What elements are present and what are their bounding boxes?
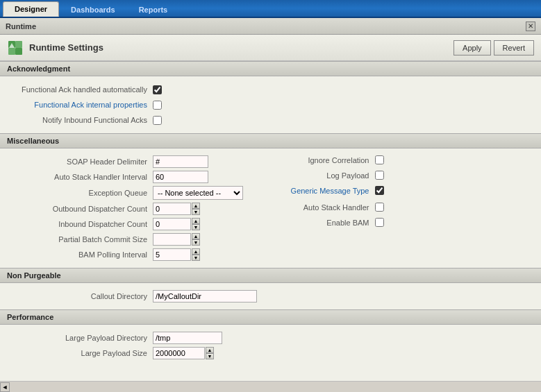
- auto-stack-interval-row: Auto Stack Handler Interval Log Payload: [0, 169, 541, 185]
- tab-reports[interactable]: Reports: [127, 1, 180, 17]
- notify-inbound-row: Notify Inbound Functional Acks: [0, 112, 541, 128]
- non-purgeable-section-header: Non Purgeable: [0, 268, 541, 283]
- performance-section-header: Performance: [0, 309, 541, 325]
- func-ack-handled-label: Functional Ack handled automatically: [7, 85, 153, 94]
- bam-polling-left: BAM Polling Interval ▲ ▼: [7, 248, 271, 261]
- ignore-correlation-checkbox[interactable]: [375, 155, 384, 164]
- bam-polling-down[interactable]: ▼: [192, 255, 200, 261]
- bam-polling-spinner: ▲ ▼: [153, 248, 200, 261]
- ignore-correlation-label: Ignore Correlation: [271, 156, 375, 164]
- soap-header-left: SOAP Header Delimiter: [7, 155, 271, 168]
- exception-queue-select[interactable]: -- None selected --: [153, 186, 243, 200]
- partial-batch-spinner-btns: ▲ ▼: [192, 233, 200, 246]
- notify-inbound-label: Notify Inbound Functional Acks: [7, 116, 153, 124]
- acknowledgment-section-header: Acknowledgment: [0, 61, 541, 76]
- large-payload-size-input[interactable]: [153, 347, 205, 359]
- callout-directory-input[interactable]: [153, 290, 257, 302]
- panel-close-button[interactable]: ✕: [526, 22, 535, 31]
- large-payload-size-row: Large Payload Size ▲ ▼: [0, 346, 541, 361]
- partial-batch-left: Partial Batch Commit Size ▲ ▼: [7, 233, 271, 246]
- soap-header-input[interactable]: [153, 155, 208, 168]
- outbound-dispatcher-down[interactable]: ▼: [192, 209, 200, 215]
- non-purgeable-section: Callout Directory: [0, 283, 541, 309]
- miscellaneous-section: SOAP Header Delimiter Ignore Correlation…: [0, 148, 541, 268]
- svg-rect-1: [15, 41, 22, 48]
- callout-directory-row: Callout Directory: [0, 289, 541, 304]
- svg-rect-2: [8, 48, 15, 55]
- inbound-dispatcher-input[interactable]: [153, 218, 191, 230]
- soap-header-label: SOAP Header Delimiter: [7, 157, 153, 166]
- inbound-dispatcher-down[interactable]: ▼: [192, 224, 200, 230]
- large-payload-size-down[interactable]: ▼: [206, 353, 214, 359]
- log-payload-checkbox[interactable]: [375, 171, 384, 180]
- outbound-dispatcher-left: Outbound Dispatcher Count ▲ ▼: [7, 203, 271, 215]
- partial-batch-input[interactable]: [153, 233, 191, 246]
- inbound-dispatcher-up[interactable]: ▲: [192, 218, 200, 224]
- exception-queue-label: Exception Queue: [7, 189, 153, 197]
- enable-bam-label: Enable BAM: [271, 219, 375, 227]
- large-payload-size-spinner: ▲ ▼: [153, 347, 214, 359]
- exception-queue-row: Exception Queue -- None selected -- Gene…: [0, 185, 541, 201]
- partial-batch-label: Partial Batch Commit Size: [7, 235, 153, 244]
- soap-header-row: SOAP Header Delimiter Ignore Correlation: [0, 154, 541, 169]
- partial-batch-up[interactable]: ▲: [192, 233, 200, 239]
- auto-stack-interval-label: Auto Stack Handler Interval: [7, 173, 153, 181]
- outbound-dispatcher-spinner: ▲ ▼: [153, 203, 200, 215]
- outbound-dispatcher-input[interactable]: [153, 203, 191, 215]
- tab-dashboards[interactable]: Dashboards: [59, 1, 127, 17]
- enable-bam-checkbox[interactable]: [375, 218, 384, 227]
- callout-directory-label: Callout Directory: [7, 292, 153, 300]
- auto-stack-handler-checkbox[interactable]: [375, 203, 384, 212]
- notify-inbound-checkbox[interactable]: [153, 116, 162, 125]
- svg-rect-3: [15, 48, 22, 55]
- main-content: Runtime ✕ Runtime Settings Apply Revert: [0, 18, 541, 392]
- outbound-dispatcher-row: Outbound Dispatcher Count ▲ ▼ Auto Stack…: [0, 201, 541, 216]
- outbound-dispatcher-label: Outbound Dispatcher Count: [7, 205, 153, 213]
- settings-title: Runtime Settings: [29, 42, 451, 53]
- log-payload-label: Log Payload: [271, 171, 375, 180]
- bam-polling-input[interactable]: [153, 248, 191, 261]
- large-payload-size-up[interactable]: ▲: [206, 347, 214, 353]
- settings-body[interactable]: Acknowledgment Functional Ack handled au…: [0, 61, 541, 381]
- panel-title: Runtime: [6, 22, 36, 31]
- outbound-dispatcher-up[interactable]: ▲: [192, 203, 200, 209]
- enable-bam-right: Enable BAM: [271, 218, 535, 227]
- outbound-dispatcher-spinner-btns: ▲ ▼: [192, 203, 200, 215]
- tab-designer[interactable]: Designer: [3, 1, 59, 17]
- apply-button[interactable]: Apply: [453, 40, 491, 56]
- bam-polling-up[interactable]: ▲: [192, 248, 200, 255]
- revert-button[interactable]: Revert: [494, 40, 534, 56]
- exception-queue-left: Exception Queue -- None selected --: [7, 186, 271, 200]
- partial-batch-down[interactable]: ▼: [192, 239, 200, 246]
- func-ack-internal-checkbox[interactable]: [153, 101, 162, 110]
- generic-message-label: Generic Message Type: [271, 187, 375, 195]
- generic-message-checkbox[interactable]: [375, 186, 384, 195]
- settings-icon: [7, 40, 24, 56]
- inbound-dispatcher-left: Inbound Dispatcher Count ▲ ▼: [7, 218, 271, 230]
- auto-stack-interval-input[interactable]: [153, 171, 208, 183]
- large-payload-size-spinner-btns: ▲ ▼: [206, 347, 214, 359]
- left-scroll-button[interactable]: ◄: [0, 382, 10, 392]
- miscellaneous-section-header: Miscellaneous: [0, 133, 541, 148]
- inbound-dispatcher-label: Inbound Dispatcher Count: [7, 220, 153, 228]
- inbound-dispatcher-spinner: ▲ ▼: [153, 218, 200, 230]
- inbound-dispatcher-spinner-btns: ▲ ▼: [192, 218, 200, 230]
- auto-stack-interval-left: Auto Stack Handler Interval: [7, 171, 271, 183]
- settings-panel: Runtime Settings Apply Revert Acknowledg…: [0, 35, 541, 381]
- ignore-correlation-right: Ignore Correlation: [271, 155, 535, 164]
- bottom-bar: ◄: [0, 381, 541, 392]
- func-ack-handled-checkbox[interactable]: [153, 85, 162, 94]
- bam-polling-row: BAM Polling Interval ▲ ▼: [0, 247, 541, 262]
- func-ack-internal-row: Functional Ack internal properties: [0, 97, 541, 112]
- auto-stack-handler-label: Auto Stack Handler: [271, 203, 375, 212]
- inbound-dispatcher-row: Inbound Dispatcher Count ▲ ▼ Enable BAM: [0, 216, 541, 232]
- large-payload-dir-input[interactable]: [153, 332, 222, 344]
- large-payload-dir-label: Large Payload Directory: [7, 334, 153, 342]
- log-payload-right: Log Payload: [271, 171, 535, 180]
- large-payload-size-label: Large Payload Size: [7, 349, 153, 357]
- func-ack-handled-row: Functional Ack handled automatically: [0, 82, 541, 97]
- tab-bar: Designer Dashboards Reports: [0, 0, 541, 18]
- partial-batch-spinner: ▲ ▼: [153, 233, 200, 246]
- settings-header: Runtime Settings Apply Revert: [0, 35, 541, 61]
- panel-title-bar: Runtime ✕: [0, 18, 541, 35]
